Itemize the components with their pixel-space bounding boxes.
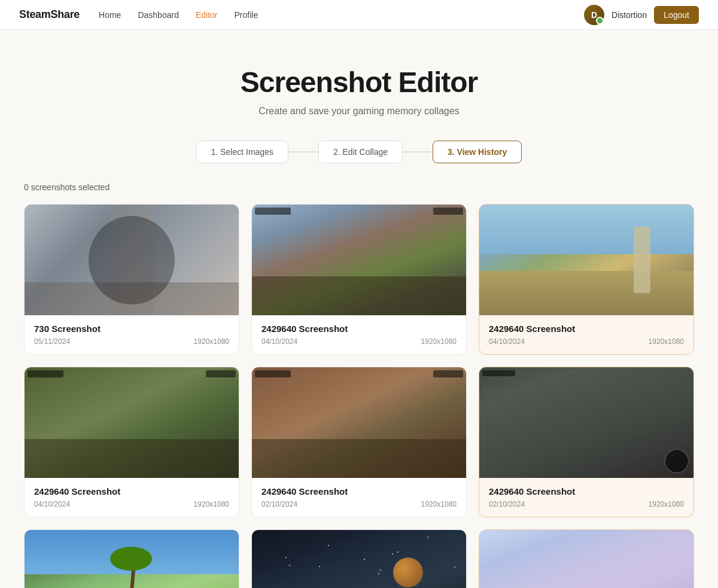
- card-image: [252, 205, 466, 315]
- step-connector-2: [403, 151, 433, 153]
- card-resolution: 1920x1080: [649, 500, 684, 508]
- step-btn-select[interactable]: 1. Select Images: [196, 141, 288, 163]
- avatar: D: [584, 5, 604, 25]
- card-meta: 02/10/20241920x1080: [489, 500, 684, 508]
- card-info: 2429640 Screenshot02/10/20241920x1080: [252, 478, 466, 517]
- screenshot-card[interactable]: 730 Screenshot05/11/20241920x1080: [24, 204, 239, 355]
- card-image: 💬 👁 ☰: [252, 530, 466, 588]
- screenshot-grid: 730 Screenshot05/11/20241920x10802429640…: [24, 204, 694, 588]
- card-date: 04/10/2024: [489, 337, 525, 346]
- screenshot-card[interactable]: 2429640 Screenshot02/10/20241920x1080: [479, 529, 694, 588]
- card-title: 2429640 Screenshot: [261, 324, 457, 334]
- card-meta: 04/10/20241920x1080: [489, 337, 684, 346]
- screenshot-card[interactable]: 2429640 Screenshot02/10/20241920x1080: [24, 529, 239, 588]
- selected-count: 0 screenshots selected: [24, 182, 694, 192]
- nav-link-profile[interactable]: Profile: [235, 10, 258, 20]
- card-title: 2429640 Screenshot: [34, 486, 229, 496]
- card-image: [25, 205, 239, 315]
- card-title: 2429640 Screenshot: [489, 486, 684, 496]
- navbar: SteamShare HomeDashboardEditorProfile D …: [0, 0, 718, 30]
- nav-link-dashboard[interactable]: Dashboard: [138, 10, 179, 20]
- card-date: 04/10/2024: [34, 500, 70, 508]
- step-btn-edit[interactable]: 2. Edit Collage: [318, 141, 403, 163]
- card-title: 2429640 Screenshot: [261, 486, 457, 496]
- card-date: 04/10/2024: [261, 337, 297, 346]
- screenshot-card[interactable]: 2429640 Screenshot02/10/20241920x1080: [251, 367, 467, 517]
- card-image: [252, 367, 466, 478]
- nav-link-editor[interactable]: Editor: [196, 10, 218, 20]
- card-meta: 02/10/20241920x1080: [261, 500, 457, 508]
- step-connector-1: [288, 151, 318, 153]
- main-content: Screenshot Editor Create and save your g…: [12, 30, 706, 588]
- steps-row: 1. Select Images2. Edit Collage3. View H…: [24, 141, 694, 163]
- card-resolution: 1920x1080: [421, 500, 457, 508]
- card-info: 730 Screenshot05/11/20241920x1080: [25, 315, 239, 354]
- card-info: 2429640 Screenshot04/10/20241920x1080: [479, 315, 693, 354]
- nav-right: D Distortion Logout: [584, 5, 699, 25]
- logout-button[interactable]: Logout: [654, 6, 699, 24]
- card-image: [25, 367, 239, 478]
- card-date: 02/10/2024: [489, 500, 525, 508]
- card-info: 2429640 Screenshot04/10/20241920x1080: [252, 315, 466, 354]
- card-resolution: 1920x1080: [194, 500, 229, 508]
- card-image: [479, 530, 693, 588]
- card-date: 02/10/2024: [261, 500, 297, 508]
- card-info: 2429640 Screenshot02/10/20241920x1080: [479, 478, 693, 517]
- card-title: 730 Screenshot: [34, 324, 229, 334]
- card-meta: 04/10/20241920x1080: [261, 337, 457, 346]
- nav-links: HomeDashboardEditorProfile: [99, 10, 258, 20]
- card-image: [479, 205, 693, 315]
- card-resolution: 1920x1080: [649, 337, 684, 346]
- page-title: Screenshot Editor: [24, 66, 694, 99]
- card-title: 2429640 Screenshot: [489, 324, 684, 334]
- page-subtitle: Create and save your gaming memory colla…: [24, 106, 694, 117]
- screenshot-card[interactable]: 2429640 Screenshot02/10/20241920x1080: [479, 367, 694, 517]
- card-image: [25, 530, 239, 588]
- card-meta: 04/10/20241920x1080: [34, 500, 229, 508]
- screenshot-card[interactable]: 💬 👁 ☰ 2429640 Screenshot02/10/20241920x1…: [251, 529, 467, 588]
- screenshot-card[interactable]: 2429640 Screenshot04/10/20241920x1080: [251, 204, 467, 355]
- card-image: [479, 367, 693, 478]
- username-label: Distortion: [611, 10, 647, 20]
- screenshot-card[interactable]: 2429640 Screenshot04/10/20241920x1080: [479, 204, 694, 355]
- card-info: 2429640 Screenshot04/10/20241920x1080: [25, 478, 239, 517]
- brand-logo: SteamShare: [19, 8, 80, 21]
- nav-left: SteamShare HomeDashboardEditorProfile: [19, 8, 258, 21]
- nav-link-home[interactable]: Home: [99, 10, 121, 20]
- screenshot-card[interactable]: 2429640 Screenshot04/10/20241920x1080: [24, 367, 239, 517]
- card-date: 05/11/2024: [34, 337, 70, 346]
- hero-section: Screenshot Editor Create and save your g…: [24, 66, 694, 117]
- card-resolution: 1920x1080: [421, 337, 457, 346]
- card-meta: 05/11/20241920x1080: [34, 337, 229, 346]
- card-resolution: 1920x1080: [194, 337, 229, 346]
- step-btn-history[interactable]: 3. View History: [433, 141, 522, 163]
